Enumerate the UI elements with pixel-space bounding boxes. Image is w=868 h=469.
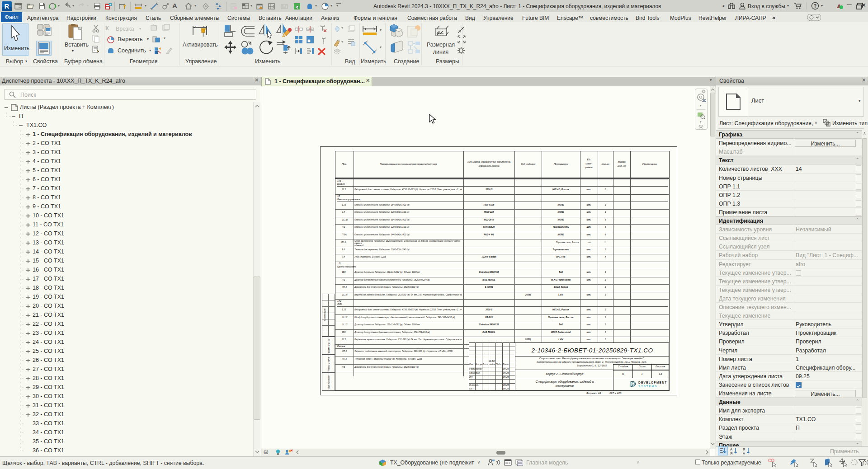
svg-text:2D: 2D (702, 98, 706, 103)
svg-text:Я: Я (730, 451, 732, 455)
svg-text:Я: Я (743, 447, 745, 451)
svg-text:А: А (743, 451, 745, 455)
svg-text:А: А (730, 447, 732, 451)
svg-text:R: R (5, 2, 9, 10)
svg-text:?: ? (814, 3, 817, 9)
